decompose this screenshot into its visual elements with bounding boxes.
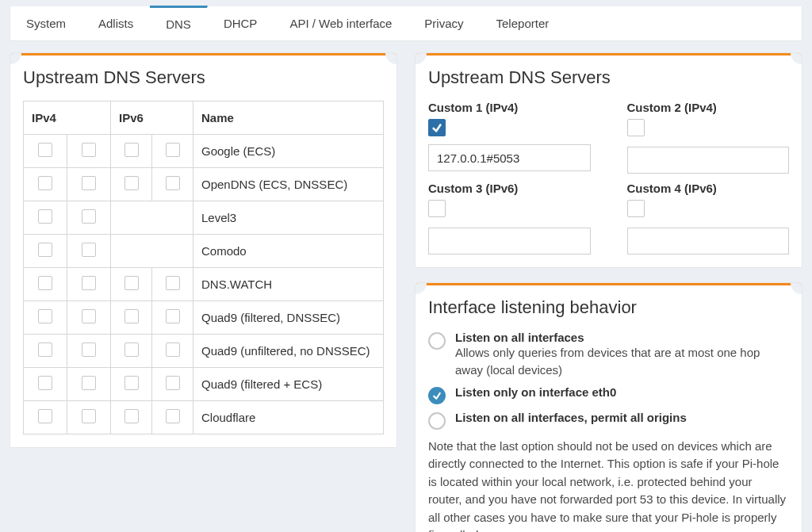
dns-checkbox[interactable] (124, 309, 139, 323)
tab-dns[interactable]: DNS (150, 6, 208, 40)
listen-option: Listen only on interface eth0 (428, 385, 789, 404)
listen-radio[interactable] (428, 412, 446, 430)
dns-checkbox[interactable] (82, 243, 96, 257)
tab-dhcp[interactable]: DHCP (208, 6, 274, 40)
listen-option-desc: Allows only queries from devices that ar… (455, 344, 789, 379)
dns-checkbox[interactable] (124, 276, 139, 290)
dns-checkbox[interactable] (38, 309, 52, 323)
custom-dns-input[interactable] (428, 228, 591, 255)
dns-server-name: Quad9 (unfiltered, no DNSSEC) (193, 335, 384, 368)
dns-server-name: Google (ECS) (193, 135, 384, 168)
dns-checkbox[interactable] (82, 276, 96, 290)
dns-checkbox[interactable] (166, 276, 180, 290)
listening-card: Interface listening behavior Listen on a… (415, 282, 802, 532)
table-row: Google (ECS) (24, 135, 384, 168)
table-row: Quad9 (filtered + ECS) (24, 368, 384, 401)
dns-checkbox[interactable] (124, 343, 139, 357)
dns-checkbox[interactable] (166, 376, 180, 390)
custom-dns-slot: Custom 1 (IPv4) (428, 101, 591, 174)
custom-dns-slot: Custom 2 (IPv4) (627, 101, 790, 174)
tab-adlists[interactable]: Adlists (82, 6, 150, 40)
dns-checkbox[interactable] (124, 409, 139, 423)
dns-checkbox[interactable] (38, 143, 52, 157)
custom-dns-input[interactable] (627, 228, 790, 255)
custom-dns-checkbox[interactable] (627, 119, 645, 136)
custom-dns-checkbox[interactable] (627, 200, 645, 217)
dns-checkbox[interactable] (166, 176, 180, 190)
custom-dns-title: Upstream DNS Servers (416, 53, 802, 94)
dns-server-name: Quad9 (filtered + ECS) (193, 368, 384, 401)
listen-radio[interactable] (428, 332, 446, 350)
dns-checkbox[interactable] (82, 409, 96, 423)
dns-checkbox[interactable] (38, 176, 52, 190)
listen-option: Listen on all interfacesAllows only quer… (428, 331, 789, 379)
custom-dns-label: Custom 2 (IPv4) (627, 101, 790, 114)
dns-checkbox[interactable] (82, 209, 96, 224)
dns-checkbox[interactable] (38, 276, 52, 290)
custom-dns-checkbox[interactable] (428, 200, 446, 217)
th-ipv6: IPv6 (111, 101, 193, 135)
dns-checkbox[interactable] (82, 176, 96, 190)
dns-checkbox[interactable] (124, 376, 139, 390)
upstream-dns-card: Upstream DNS Servers IPv4 IPv6 Name Goog… (10, 52, 397, 448)
table-row: Quad9 (unfiltered, no DNSSEC) (24, 335, 384, 368)
listen-note: Note that the last option should not be … (428, 438, 789, 533)
listen-option-title: Listen on all interfaces (455, 331, 789, 344)
dns-server-name: Cloudflare (193, 401, 384, 434)
tab-system[interactable]: System (10, 6, 82, 40)
dns-checkbox[interactable] (166, 343, 180, 357)
custom-dns-checkbox[interactable] (428, 119, 446, 136)
custom-dns-input[interactable] (428, 144, 591, 171)
table-row: DNS.WATCH (24, 268, 384, 301)
table-row: Quad9 (filtered, DNSSEC) (24, 301, 384, 335)
dns-checkbox[interactable] (82, 309, 96, 323)
settings-tabs: SystemAdlistsDNSDHCPAPI / Web interfaceP… (10, 6, 802, 41)
custom-dns-label: Custom 4 (IPv6) (627, 182, 790, 195)
custom-dns-label: Custom 1 (IPv4) (428, 101, 591, 114)
dns-server-name: Quad9 (filtered, DNSSEC) (193, 301, 384, 335)
dns-checkbox[interactable] (124, 143, 139, 157)
custom-dns-slot: Custom 4 (IPv6) (627, 182, 790, 255)
dns-checkbox[interactable] (82, 376, 96, 390)
dns-checkbox[interactable] (38, 209, 52, 224)
listen-option-title: Listen on all interfaces, permit all ori… (455, 411, 687, 424)
dns-checkbox[interactable] (166, 409, 180, 423)
custom-dns-label: Custom 3 (IPv6) (428, 182, 591, 195)
dns-checkbox[interactable] (38, 243, 52, 257)
dns-checkbox[interactable] (82, 343, 96, 357)
dns-checkbox[interactable] (166, 143, 180, 157)
table-row: Cloudflare (24, 401, 384, 434)
table-row: Level3 (24, 201, 384, 235)
custom-dns-slot: Custom 3 (IPv6) (428, 182, 591, 255)
dns-checkbox[interactable] (82, 143, 96, 157)
table-row: Comodo (24, 235, 384, 268)
dns-checkbox[interactable] (38, 343, 52, 357)
upstream-dns-title: Upstream DNS Servers (10, 53, 396, 94)
dns-server-name: DNS.WATCH (193, 268, 384, 301)
dns-servers-table: IPv4 IPv6 Name Google (ECS)OpenDNS (ECS,… (23, 101, 384, 434)
custom-dns-input[interactable] (627, 147, 790, 174)
listen-radio[interactable] (428, 387, 446, 404)
dns-server-name: Level3 (193, 201, 384, 235)
th-name: Name (193, 101, 384, 135)
dns-checkbox[interactable] (38, 376, 52, 390)
custom-dns-card: Upstream DNS Servers Custom 1 (IPv4)Cust… (415, 52, 802, 268)
dns-server-name: Comodo (193, 235, 384, 268)
dns-checkbox[interactable] (124, 176, 139, 190)
dns-checkbox[interactable] (166, 309, 180, 323)
dns-server-name: OpenDNS (ECS, DNSSEC) (193, 168, 384, 201)
tab-privacy[interactable]: Privacy (408, 6, 480, 40)
dns-checkbox[interactable] (38, 409, 52, 423)
tab-api-web-interface[interactable]: API / Web interface (274, 6, 408, 40)
th-ipv4: IPv4 (24, 101, 111, 135)
table-row: OpenDNS (ECS, DNSSEC) (24, 168, 384, 201)
listening-title: Interface listening behavior (416, 283, 802, 324)
tab-teleporter[interactable]: Teleporter (481, 6, 566, 40)
listen-option-title: Listen only on interface eth0 (455, 385, 616, 399)
listen-option: Listen on all interfaces, permit all ori… (428, 411, 789, 430)
